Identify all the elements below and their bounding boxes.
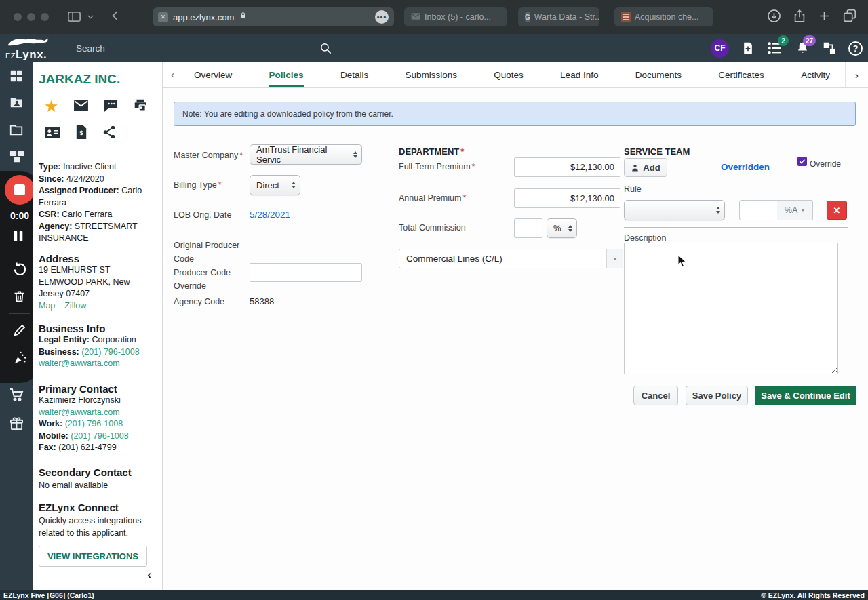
rule-value-input[interactable] (739, 200, 778, 220)
total-commission-input[interactable] (514, 218, 542, 238)
save-policy-button[interactable]: Save Policy (686, 386, 748, 405)
description-label: Description (624, 233, 667, 243)
business-phone-link[interactable]: (201) 796-1008 (81, 347, 139, 357)
rule-select[interactable] (624, 200, 725, 220)
remove-rule-button[interactable]: ✕ (827, 201, 847, 220)
add-service-team-button[interactable]: Add (624, 158, 667, 177)
new-document-icon[interactable] (740, 40, 756, 56)
annual-premium-label: Annual Premium* (399, 193, 466, 203)
task-list-icon[interactable]: 2 (767, 40, 783, 56)
favorite-star-icon[interactable]: ★ (44, 99, 59, 114)
lob-select[interactable]: Commercial Lines (C/L) (399, 249, 623, 268)
downloads-icon[interactable] (766, 8, 782, 26)
sidebar-toggle-icon[interactable] (66, 9, 82, 27)
contact-card-icon[interactable] (44, 126, 61, 142)
chevron-down-icon[interactable] (86, 12, 95, 24)
search-input[interactable] (76, 39, 313, 57)
fax-print-icon[interactable] (133, 98, 148, 115)
text-message-icon[interactable] (103, 98, 119, 115)
overridden-link[interactable]: Overridden (721, 162, 770, 172)
tab-quotes[interactable]: Quotes (494, 62, 524, 87)
share-icon[interactable] (792, 8, 807, 26)
producer-code-override-input[interactable] (250, 263, 362, 282)
email-icon[interactable] (73, 99, 89, 115)
client-actions-row-1: ★ (44, 98, 151, 115)
effects-wand-icon[interactable] (12, 351, 27, 365)
tabs-scroll-right-icon[interactable]: › (845, 62, 868, 87)
tab-overview-icon[interactable] (842, 8, 857, 26)
secondary-contact-section: Secondary Contact No email available (39, 466, 151, 492)
tab-activity[interactable]: Activity (801, 62, 830, 87)
mail-tab-icon (411, 12, 420, 22)
tab-details[interactable]: Details (340, 62, 368, 87)
cart-icon[interactable] (9, 386, 24, 401)
header-icon-cluster: CF 2 27 ? (711, 38, 863, 58)
draw-pencil-icon[interactable] (12, 323, 27, 338)
window-close-button[interactable] (14, 13, 22, 21)
back-button[interactable] (108, 9, 122, 25)
billing-type-select[interactable]: Direct (250, 175, 300, 195)
secondary-contact-heading: Secondary Contact (39, 466, 151, 478)
view-integrations-button[interactable]: VIEW INTEGRATIONS (39, 546, 147, 567)
status-bar: EZLynx Five [G06] (Carlo1) © EZLynx. All… (0, 590, 868, 600)
override-label: Override (810, 159, 841, 169)
dropdown-arrow-icon (801, 209, 805, 212)
work-phone-link[interactable]: (201) 796-1008 (65, 419, 123, 428)
tab-policies[interactable]: Policies (269, 62, 304, 87)
org-structure-icon[interactable] (821, 40, 837, 56)
notifications-bell-icon[interactable]: 27 (794, 40, 810, 56)
business-info-section: Business Info Legal Entity: Corporation … (39, 323, 151, 370)
map-link[interactable]: Map (39, 301, 55, 311)
window-zoom-button[interactable] (41, 13, 49, 21)
window-minimize-button[interactable] (27, 13, 35, 21)
save-continue-button[interactable]: Save & Continue Edit (755, 386, 856, 405)
primary-email-link[interactable]: walter@awwarta.com (39, 407, 120, 417)
ezlynx-logo[interactable]: EZLynx. (5, 36, 68, 60)
logo-ez: EZ (5, 52, 16, 60)
delete-recording-icon[interactable] (12, 289, 27, 304)
folder-icon[interactable] (9, 122, 24, 137)
annual-premium-input[interactable] (514, 188, 620, 208)
pause-icon[interactable] (12, 229, 27, 244)
browser-tab-inbox[interactable]: Inbox (5) - carlo... (404, 7, 507, 26)
stepper-icon (712, 207, 720, 214)
stop-recording-button[interactable] (5, 175, 35, 205)
tab-lead-info[interactable]: Lead Info (560, 62, 598, 87)
description-textarea[interactable] (624, 243, 838, 374)
page-options-icon[interactable]: ••• (375, 10, 389, 24)
browser-tab-acquisition[interactable]: Acquisition che... (614, 7, 713, 26)
billing-doc-icon[interactable]: $ (75, 125, 87, 142)
address-line1: 19 ELMHURST ST (39, 264, 151, 277)
department-heading: DEPARTMENT* (399, 146, 464, 157)
mobile-phone-link[interactable]: (201) 796-1008 (71, 431, 128, 441)
zillow-link[interactable]: Zillow (64, 301, 86, 311)
tab-documents[interactable]: Documents (635, 62, 682, 87)
new-tab-icon[interactable] (818, 9, 831, 25)
url-bar[interactable]: ✕ app.ezlynx.com ••• (153, 7, 394, 26)
tab-certificates[interactable]: Certificates (718, 62, 764, 87)
tab-overview[interactable]: Overview (194, 62, 232, 87)
rule-unit-select[interactable]: %A (777, 200, 813, 220)
commission-unit-select[interactable]: % (547, 218, 577, 238)
contacts-cards-icon[interactable] (9, 149, 24, 164)
gift-box-icon[interactable] (9, 416, 24, 431)
sidebar-collapse-chevron[interactable]: ‹ (147, 568, 151, 582)
share-contact-icon[interactable] (102, 125, 117, 142)
accounts-folder-icon[interactable] (9, 95, 24, 110)
master-company-select[interactable]: AmTrust Financial Servic (250, 144, 362, 165)
lob-orig-date-link[interactable]: 5/28/2021 (250, 209, 290, 220)
master-company-label: Master Company* (174, 151, 243, 160)
tabs-scroll-left-icon[interactable]: ‹ (171, 68, 174, 80)
help-icon[interactable]: ? (848, 41, 863, 56)
tab-submissions[interactable]: Submissions (405, 62, 457, 87)
search-icon[interactable] (319, 42, 332, 58)
producer-code-override-label: Producer Code Override (174, 266, 241, 293)
cancel-button[interactable]: Cancel (633, 386, 678, 405)
restart-recording-icon[interactable] (12, 262, 27, 277)
business-email-link[interactable]: walter@awwarta.com (39, 359, 120, 368)
override-checkbox[interactable] (797, 157, 807, 166)
browser-tab-warta[interactable]: G Warta Data - Str... (518, 7, 599, 26)
user-avatar[interactable]: CF (711, 39, 729, 58)
full-term-premium-input[interactable] (514, 157, 620, 177)
dashboard-icon[interactable] (9, 68, 24, 83)
